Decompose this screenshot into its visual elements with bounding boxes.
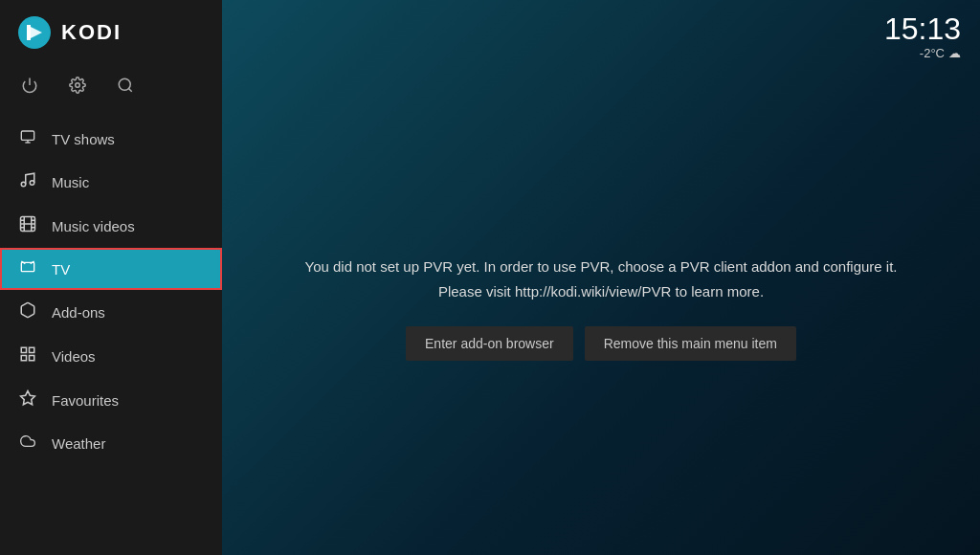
videos-icon	[17, 345, 38, 366]
svg-point-4	[76, 83, 80, 88]
remove-menu-item-button[interactable]: Remove this main menu item	[585, 326, 796, 361]
sidebar-item-tv-shows[interactable]: TV shows	[0, 118, 222, 160]
sidebar-item-tv[interactable]: TV	[0, 248, 222, 290]
kodi-logo-icon	[17, 15, 52, 50]
tv-shows-label: TV shows	[52, 131, 115, 147]
sidebar-item-music-videos[interactable]: Music videos	[0, 204, 222, 248]
sidebar-toolbar	[0, 65, 222, 118]
search-button[interactable]	[113, 73, 138, 102]
sidebar-item-weather[interactable]: Weather	[0, 422, 222, 464]
power-button[interactable]	[17, 73, 42, 102]
clock-time: 15:13	[884, 13, 961, 44]
sidebar-header: KODI	[0, 0, 222, 65]
favourites-label: Favourites	[52, 392, 119, 409]
pvr-message-area: You did not set up PVR yet. In order to …	[222, 60, 980, 555]
svg-rect-7	[21, 131, 33, 140]
sidebar: KODI	[0, 0, 222, 555]
svg-point-10	[21, 182, 26, 187]
svg-line-6	[128, 88, 131, 91]
add-ons-label: Add-ons	[52, 304, 105, 321]
svg-rect-23	[30, 356, 34, 361]
svg-point-11	[30, 181, 34, 186]
pvr-message-line1: You did not set up PVR yet. In order to …	[305, 258, 898, 275]
favourites-icon	[17, 389, 38, 411]
svg-rect-20	[21, 262, 33, 271]
svg-rect-21	[21, 347, 26, 352]
weather-label: Weather	[52, 435, 105, 452]
pvr-buttons: Enter add-on browser Remove this main me…	[406, 326, 796, 361]
videos-label: Videos	[52, 348, 96, 365]
music-label: Music	[52, 174, 89, 190]
sidebar-item-music[interactable]: Music	[0, 160, 222, 204]
svg-point-5	[119, 78, 130, 90]
svg-rect-22	[30, 347, 34, 352]
top-bar: 15:13 -2°C ☁	[222, 0, 980, 60]
music-icon	[17, 171, 38, 192]
clock-widget: 15:13 -2°C ☁	[884, 13, 961, 60]
add-ons-icon	[17, 301, 38, 322]
svg-marker-25	[21, 391, 35, 405]
weather-icon	[17, 433, 38, 453]
svg-rect-2	[27, 25, 31, 40]
sidebar-item-videos[interactable]: Videos	[0, 334, 222, 378]
sidebar-nav: TV shows Music	[0, 118, 222, 555]
pvr-message: You did not set up PVR yet. In order to …	[305, 255, 898, 303]
main-content: 15:13 -2°C ☁ You did not set up PVR yet.…	[222, 0, 980, 555]
app-title: KODI	[61, 20, 122, 45]
music-videos-icon	[17, 215, 38, 236]
enter-addon-browser-button[interactable]: Enter add-on browser	[406, 326, 573, 361]
weather-condition-icon: ☁	[948, 46, 961, 60]
temperature-display: -2°C	[920, 46, 945, 60]
tv-icon	[17, 259, 38, 278]
settings-button[interactable]	[65, 73, 90, 102]
sidebar-item-favourites[interactable]: Favourites	[0, 378, 222, 422]
clock-weather: -2°C ☁	[884, 46, 961, 60]
pvr-message-line2: Please visit http://kodi.wiki/view/PVR t…	[438, 283, 764, 300]
tv-shows-icon	[17, 129, 38, 148]
tv-label: TV	[52, 261, 70, 278]
sidebar-item-add-ons[interactable]: Add-ons	[0, 290, 222, 334]
svg-rect-24	[21, 356, 26, 361]
music-videos-label: Music videos	[52, 218, 135, 234]
